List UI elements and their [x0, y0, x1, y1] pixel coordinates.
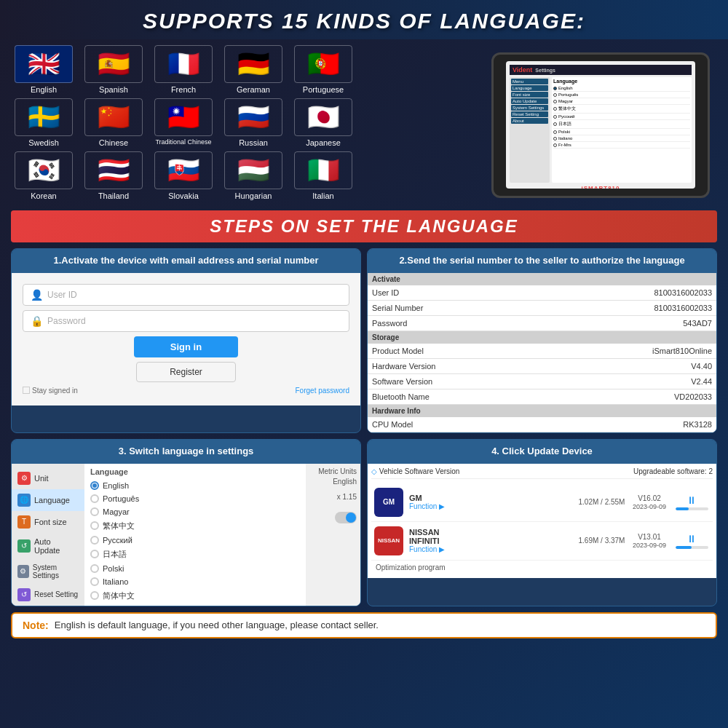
user-icon: 👤 — [31, 289, 43, 301]
list-item: Magyar — [553, 98, 690, 105]
nissan-version: V13.012023-09-09 — [631, 533, 668, 549]
nissan-progress: ⏸ — [673, 533, 710, 549]
step-1-title: 1.Activate the device with email address… — [20, 255, 352, 267]
register-button[interactable]: Register — [136, 362, 236, 382]
radio-japanese[interactable] — [90, 550, 99, 558]
flag-pt — [294, 45, 352, 83]
lang-option-magyar[interactable]: Magyar — [90, 505, 300, 518]
lock-icon: 🔒 — [31, 315, 43, 327]
device-sidebar-lang: Language — [511, 85, 548, 91]
settings-item-language[interactable]: 🌐 Language — [12, 489, 84, 511]
device-area: Vident Settings Menu Language Font size … — [484, 45, 717, 205]
device-sidebar-reset: Reset Setting — [511, 111, 548, 117]
lang-option-portuguese[interactable]: Português — [90, 492, 300, 505]
lang-option-japanese[interactable]: 日本語 — [90, 547, 300, 562]
list-item: Geraman — [221, 45, 286, 94]
settings-item-reset[interactable]: ↺ Reset Setting — [12, 584, 84, 606]
gm-brand: GM — [409, 494, 572, 502]
flag-label-hungarian: Hungarian — [235, 191, 272, 200]
flag-label-french: French — [171, 85, 196, 94]
gm-progress-fill — [676, 507, 689, 510]
lang-option-polish[interactable]: Polski — [90, 562, 300, 575]
gm-size: 1.02M / 2.55M — [578, 498, 625, 506]
step-1-content: 👤 User ID 🔒 Password Sign in Register St… — [12, 273, 360, 405]
lang-option-simplified-cn[interactable]: 简体中文 — [90, 588, 300, 604]
stay-checkbox[interactable] — [23, 387, 30, 394]
list-item: Swedish — [11, 98, 76, 147]
radio-magyar[interactable] — [90, 507, 99, 516]
flag-label-slovakia: Slovakia — [168, 191, 199, 200]
flags-grid: English Spanish French Geraman Portugues… — [11, 45, 477, 205]
gm-version: V16.022023-09-09 — [631, 494, 668, 510]
radio-english[interactable] — [90, 481, 99, 490]
flag-label-english: English — [31, 85, 57, 94]
nissan-brand: NISSANINFINITI — [409, 528, 572, 545]
table-row: Password 543AD7 — [368, 316, 716, 331]
lang-section-title: Language — [90, 467, 300, 476]
password-field[interactable]: 🔒 Password — [23, 310, 349, 332]
flag-th — [84, 151, 143, 189]
lang-option-trad-cn[interactable]: 繁体中文 — [90, 518, 300, 534]
radio-portuguese[interactable] — [90, 494, 99, 503]
flag-row-3: Korean Thailand Slovakia Hungarian Itali… — [11, 151, 477, 200]
table-row: User ID 8100316002033 — [368, 285, 716, 301]
unit-icon: ⚙ — [17, 472, 31, 485]
reset-label: Reset Setting — [34, 590, 78, 598]
list-item: French — [151, 45, 216, 94]
device-sidebar: Menu Language Font size Auto Update Syst… — [510, 77, 550, 183]
nissan-function[interactable]: Function ▶ — [409, 545, 572, 553]
radio-italian[interactable] — [90, 577, 99, 586]
nissan-progress-fill — [676, 546, 692, 549]
forget-password-link[interactable]: Forget password — [296, 387, 349, 395]
update-item-gm: GM GM Function ▶ 1.02M / 2.55M V16.02202… — [371, 483, 713, 522]
font-label: Font size — [34, 518, 67, 526]
flag-label-russian: Russian — [239, 138, 268, 147]
list-item: Chinese — [81, 98, 146, 147]
device-lang-title: Language — [553, 79, 690, 84]
radio-polish[interactable] — [90, 564, 99, 573]
flag-label-spanish: Spanish — [99, 85, 128, 94]
lang-polish-label: Polski — [103, 564, 124, 573]
autoupdate-label: Auto Update — [34, 537, 79, 555]
radio-simplified-cn[interactable] — [90, 591, 99, 600]
system-label: System Settings — [33, 563, 79, 579]
pause-icon[interactable]: ⏸ — [687, 494, 697, 506]
step-3-title: 3. Switch language in settings — [20, 446, 352, 458]
flag-label-italian: Italian — [312, 191, 333, 200]
pause-icon-nissan[interactable]: ⏸ — [687, 533, 697, 545]
settings-item-font[interactable]: T Font size — [12, 511, 84, 533]
step-4-title: 4. Click Update Device — [376, 446, 708, 458]
lang-option-russian[interactable]: Русский — [90, 534, 300, 547]
gm-logo: GM — [374, 488, 403, 517]
step-2-header: 2.Send the serial number to the seller t… — [368, 249, 716, 273]
radio-trad-cn[interactable] — [90, 521, 99, 530]
flag-es — [84, 45, 143, 83]
step-3-header: 3. Switch language in settings — [12, 440, 360, 464]
step-1-header: 1.Activate the device with email address… — [12, 249, 360, 273]
settings-item-unit[interactable]: ⚙ Unit — [12, 467, 84, 489]
radio-russian[interactable] — [90, 536, 99, 545]
lang-option-italian[interactable]: Italiano — [90, 575, 300, 588]
userid-field[interactable]: 👤 User ID — [23, 284, 349, 306]
stay-signed-in: Stay signed in — [23, 387, 78, 395]
settings-item-system[interactable]: ⚙ System Settings — [12, 559, 84, 584]
metric-label: Metric Units — [309, 467, 357, 475]
lang-english-label: English — [103, 481, 129, 490]
flag-tw — [154, 98, 213, 136]
signin-button[interactable]: Sign in — [134, 336, 238, 357]
list-item: Polski — [553, 129, 690, 135]
list-item: Português — [553, 92, 690, 98]
flag-label-thailand: Thailand — [98, 191, 129, 200]
list-item: Slovakia — [151, 151, 216, 200]
factor-val: x 1.15 — [309, 493, 357, 501]
stay-label: Stay signed in — [32, 387, 78, 395]
step-2-title: 2.Send the serial number to the seller t… — [376, 255, 708, 267]
unit-label: Unit — [34, 474, 49, 483]
gm-function[interactable]: Function ▶ — [409, 502, 572, 510]
settings-item-autoupdate[interactable]: ↺ Auto Update — [12, 533, 84, 559]
list-item: Fr-Mrs — [553, 142, 690, 149]
storage-header: Storage — [368, 331, 716, 344]
list-item: Portuguese — [290, 45, 356, 94]
lang-option-english[interactable]: English — [90, 479, 300, 492]
note-bar: Note: English is default language, if yo… — [11, 612, 717, 638]
